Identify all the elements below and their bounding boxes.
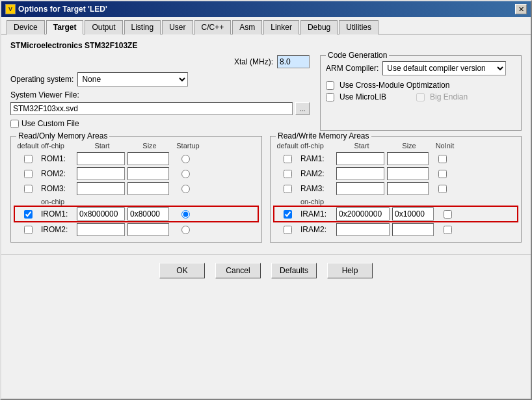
tab-utilities[interactable]: Utilities [339,20,379,34]
irom1-start-input[interactable] [77,207,125,220]
rom1-start-input[interactable] [77,152,125,165]
rom2-size-input[interactable] [127,167,169,180]
ram3-row: RAM3: [274,182,517,195]
cross-module-label: Use Cross-Module Optimization [339,81,449,90]
ram1-start-input[interactable] [336,152,384,165]
help-button[interactable]: Help [327,263,373,278]
ro-col-default: default [15,142,41,150]
read-only-label: Read/Only Memory Areas [16,131,109,140]
compiler-select[interactable]: Use default compiler version Version 5 V… [382,61,506,75]
ro-col-offchip: off-chip [41,142,77,150]
irom2-default-checkbox[interactable] [24,226,33,234]
ram2-noinit-checkbox[interactable] [438,170,447,178]
tab-target[interactable]: Target [46,20,84,34]
rom2-row: ROM2: [15,167,258,180]
iram1-size-input[interactable] [392,207,434,220]
xtal-row: Xtal (MHz): [10,55,310,68]
xtal-input[interactable] [277,55,310,68]
tab-asm[interactable]: Asm [232,20,262,34]
main-window: V Options for Target 'LED' ✕ Device Targ… [0,0,532,400]
rom1-default-checkbox[interactable] [24,155,33,163]
microlib-checkbox[interactable] [326,93,334,101]
rom3-size-input[interactable] [127,182,169,195]
ram3-size-input[interactable] [387,182,429,195]
ram1-noinit-checkbox[interactable] [438,155,447,163]
rw-col-offchip: off-chip [300,142,336,150]
viewer-file-input[interactable] [10,102,293,115]
ro-col-startup: Startup [172,142,204,150]
rom1-startup-radio[interactable] [181,155,190,163]
ram1-label: RAM1: [300,154,336,163]
ro-on-chip-label: on-chip [41,198,258,206]
ram3-start-input[interactable] [336,182,384,195]
os-row: Operating system: None [10,72,310,87]
read-write-memory-group: Read/Write Memory Areas default off-chip… [270,136,522,243]
code-gen-panel: Code Generation ARM Compiler: Use defaul… [320,55,522,131]
read-only-header: default off-chip Start Size Startup [15,142,258,150]
memory-section: Read/Only Memory Areas default off-chip … [10,136,522,243]
ram3-default-checkbox[interactable] [284,185,292,193]
rom3-row: ROM3: [15,182,258,195]
ram2-default-checkbox[interactable] [284,170,292,178]
rom2-label: ROM2: [41,169,77,178]
rom3-startup-radio[interactable] [181,185,190,193]
left-top-panel: Xtal (MHz): Operating system: None Syste… [10,55,310,131]
cross-module-checkbox[interactable] [326,81,334,90]
tab-listing[interactable]: Listing [124,20,161,34]
irom2-row: IROM2: [15,223,258,236]
irom2-label: IROM2: [41,225,77,234]
read-write-header: default off-chip Start Size NoInit [274,142,517,150]
iram1-start-input[interactable] [336,207,390,220]
tab-device[interactable]: Device [7,20,45,34]
ok-button[interactable]: OK [159,263,205,278]
tab-debug[interactable]: Debug [300,20,338,34]
ram3-noinit-checkbox[interactable] [438,185,447,193]
use-custom-file-checkbox[interactable] [10,120,19,128]
ram1-default-checkbox[interactable] [284,155,292,163]
tab-cpp[interactable]: C/C++ [194,20,232,34]
ram2-row: RAM2: [274,167,517,180]
irom1-size-input[interactable] [127,207,169,220]
compiler-row: ARM Compiler: Use default compiler versi… [326,61,516,75]
irom1-startup-radio[interactable] [181,210,190,219]
rom3-default-checkbox[interactable] [24,185,33,193]
tab-linker[interactable]: Linker [263,20,299,34]
rom2-start-input[interactable] [77,167,125,180]
ram1-size-input[interactable] [387,152,429,165]
iram2-default-checkbox[interactable] [284,226,292,234]
tab-bar: Device Target Output Listing User C/C++ … [1,17,531,34]
defaults-button[interactable]: Defaults [271,263,317,278]
os-select[interactable]: None [77,72,188,87]
close-button[interactable]: ✕ [515,4,527,14]
iram1-noinit-checkbox[interactable] [444,210,452,219]
rom2-startup-radio[interactable] [181,170,190,178]
rw-col-default: default [274,142,300,150]
iram2-row: IRAM2: [274,223,517,236]
viewer-file-label: System Viewer File: [10,90,310,100]
cancel-button[interactable]: Cancel [215,263,261,278]
iram2-start-input[interactable] [336,223,390,236]
irom2-start-input[interactable] [77,223,125,236]
tab-output[interactable]: Output [85,20,122,34]
ram2-size-input[interactable] [387,167,429,180]
iram2-size-input[interactable] [392,223,434,236]
os-label: Operating system: [10,75,73,84]
ram2-label: RAM2: [300,169,336,178]
rom2-default-checkbox[interactable] [24,170,33,178]
irom1-label: IROM1: [41,209,77,219]
xtal-label: Xtal (MHz): [234,57,273,66]
browse-button[interactable]: ... [295,102,310,115]
iram1-default-checkbox[interactable] [284,210,292,219]
rom1-size-input[interactable] [127,152,169,165]
ram2-start-input[interactable] [336,167,384,180]
irom1-row: IROM1: [15,207,258,221]
iram2-noinit-checkbox[interactable] [444,226,452,234]
read-only-memory-group: Read/Only Memory Areas default off-chip … [10,136,262,243]
ram3-label: RAM3: [300,184,336,193]
irom2-size-input[interactable] [127,223,169,236]
irom1-default-checkbox[interactable] [24,210,33,219]
rom3-start-input[interactable] [77,182,125,195]
tab-user[interactable]: User [162,20,193,34]
ro-col-size: Size [127,142,172,150]
irom2-startup-radio[interactable] [181,226,190,234]
